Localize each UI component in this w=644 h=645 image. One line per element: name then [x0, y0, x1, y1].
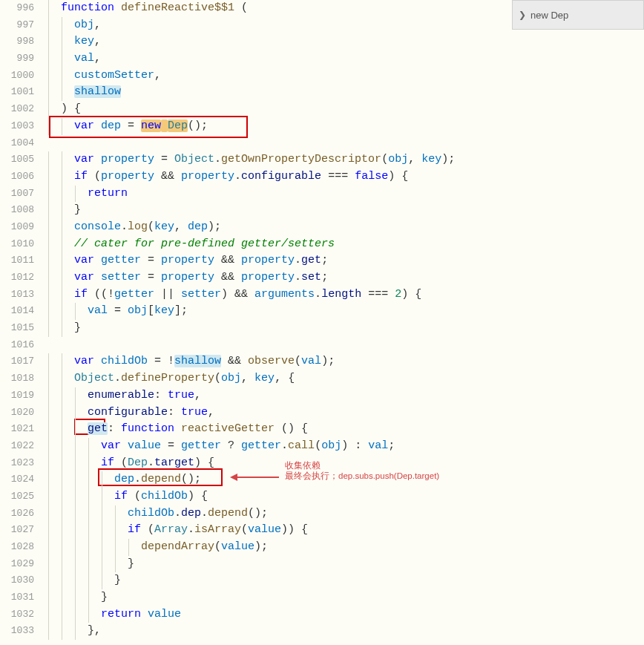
- code-line[interactable]: var dep = new Dep();: [40, 118, 644, 135]
- indent-guide: [48, 168, 49, 186]
- indent-guide: [62, 572, 62, 589]
- code-token: ,: [154, 69, 161, 82]
- code-line[interactable]: key,: [40, 33, 644, 50]
- indent-guide: [115, 539, 116, 556]
- code-token: var: [74, 153, 101, 166]
- outline-panel[interactable]: ❯ new Dep: [512, 0, 644, 30]
- code-line[interactable]: val = obj[key];: [40, 303, 644, 320]
- code-token: function: [121, 422, 181, 435]
- code-token: shallow: [74, 85, 121, 98]
- code-line[interactable]: configurable: true,: [40, 405, 644, 422]
- indent-guide: [62, 151, 62, 168]
- indent-guide: [48, 455, 49, 472]
- line-number: 1004: [0, 135, 34, 152]
- code-token: getOwnPropertyDescriptor: [221, 153, 381, 166]
- code-line[interactable]: var property = Object.getOwnPropertyDesc…: [40, 151, 644, 168]
- code-line[interactable]: customSetter,: [40, 68, 644, 85]
- outline-item-label[interactable]: new Dep: [530, 10, 568, 21]
- code-line[interactable]: if (Dep.target) {: [40, 455, 644, 472]
- indent-guide: [75, 405, 76, 422]
- code-line[interactable]: }: [40, 320, 644, 337]
- line-number: 1019: [0, 387, 34, 405]
- indent-guide: [48, 438, 49, 455]
- code-token: .: [201, 507, 208, 520]
- code-token: property: [241, 254, 295, 266]
- code-line[interactable]: Object.defineProperty(obj, key, {: [40, 370, 644, 387]
- code-token: call: [288, 439, 315, 452]
- code-token: ?: [221, 439, 241, 452]
- line-number: 1022: [0, 438, 34, 455]
- code-token: if: [74, 288, 88, 301]
- code-line[interactable]: enumerable: true,: [40, 387, 644, 405]
- code-token: ,: [194, 389, 201, 402]
- code-line[interactable]: }: [40, 556, 644, 573]
- indent-guide: [48, 572, 49, 589]
- code-line[interactable]: if (childOb) {: [40, 488, 644, 505]
- code-line[interactable]: [40, 337, 644, 354]
- code-token: ,: [208, 406, 214, 419]
- indent-guide: [62, 455, 62, 472]
- code-line[interactable]: // cater for pre-defined getter/setters: [40, 236, 644, 253]
- code-line[interactable]: ) {: [40, 101, 644, 118]
- indent-guide: [48, 269, 49, 287]
- code-token: ===: [321, 170, 355, 183]
- code-line[interactable]: [40, 135, 644, 152]
- code-token: val: [74, 52, 94, 65]
- code-line[interactable]: childOb.dep.depend();: [40, 505, 644, 523]
- code-token: val: [368, 439, 388, 452]
- code-line[interactable]: var setter = property && property.set;: [40, 269, 644, 287]
- code-token: () {: [275, 422, 308, 435]
- code-token: =: [141, 254, 161, 266]
- indent-guide: [62, 421, 62, 438]
- indent-guide: [62, 33, 62, 50]
- indent-guide: [75, 438, 76, 455]
- code-line[interactable]: var value = getter ? getter.call(obj) : …: [40, 438, 644, 455]
- code-line[interactable]: var getter = property && property.get;: [40, 252, 644, 269]
- line-number: 1014: [0, 303, 34, 320]
- indent-guide: [62, 556, 62, 573]
- indent-guide: [48, 219, 49, 236]
- indent-guide: [75, 539, 76, 556]
- code-token: val: [88, 304, 108, 317]
- indent-guide: [62, 488, 62, 505]
- line-number: 1008: [0, 202, 34, 219]
- line-number: 1018: [0, 370, 34, 387]
- code-token: ,: [241, 372, 254, 384]
- code-editor[interactable]: 9969979989991000100110021003100410051006…: [0, 0, 644, 645]
- code-line[interactable]: if (property && property.configurable ==…: [40, 168, 644, 186]
- code-line[interactable]: },: [40, 623, 644, 640]
- code-token: dep: [188, 220, 208, 233]
- code-line[interactable]: }: [40, 572, 644, 589]
- code-line[interactable]: var childOb = !shallow && observe(val);: [40, 353, 644, 370]
- code-line[interactable]: if ((!getter || setter) && arguments.len…: [40, 287, 644, 304]
- indent-guide: [62, 236, 62, 253]
- indent-guide: [88, 455, 89, 472]
- indent-guide: [88, 438, 89, 455]
- code-token: (: [148, 220, 154, 233]
- code-line[interactable]: console.log(key, dep);: [40, 219, 644, 236]
- code-line[interactable]: shallow: [40, 84, 644, 101]
- code-line[interactable]: return: [40, 186, 644, 203]
- code-line[interactable]: dep.depend();: [40, 471, 644, 488]
- code-token: .: [134, 473, 141, 485]
- code-token: getter: [181, 439, 221, 452]
- code-token: var: [101, 439, 128, 452]
- code-token: key: [254, 372, 275, 384]
- code-line[interactable]: return value: [40, 606, 644, 623]
- code-line[interactable]: if (Array.isArray(value)) {: [40, 522, 644, 539]
- line-number: 1028: [0, 539, 34, 556]
- code-token: =: [141, 271, 161, 284]
- indent-guide: [102, 522, 102, 539]
- code-line[interactable]: }: [40, 202, 644, 219]
- code-content[interactable]: 收集依赖 最终会执行；dep.subs.push(Dep.target) fun…: [40, 0, 644, 645]
- code-token: .: [121, 220, 128, 233]
- indent-guide: [48, 0, 49, 17]
- code-token: ,: [94, 19, 101, 31]
- indent-guide: [75, 488, 76, 505]
- indent-guide: [62, 606, 62, 623]
- code-line[interactable]: }: [40, 589, 644, 606]
- indent-guide: [48, 387, 49, 405]
- code-line[interactable]: dependArray(value);: [40, 539, 644, 556]
- code-line[interactable]: val,: [40, 50, 644, 68]
- code-line[interactable]: get: function reactiveGetter () {: [40, 421, 644, 438]
